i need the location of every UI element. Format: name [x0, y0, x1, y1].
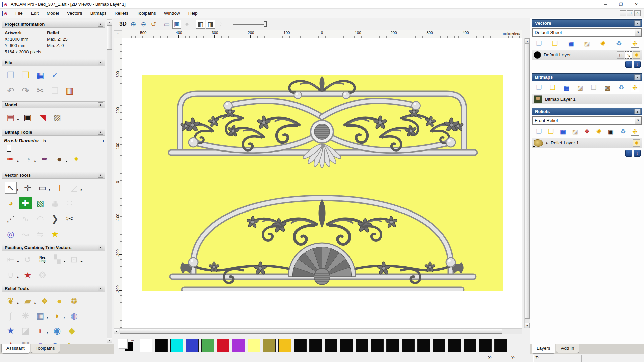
vector-texture-icon[interactable]: ★ — [22, 269, 34, 281]
weld-vectors-flyout-icon[interactable]: ▸ — [81, 260, 83, 263]
close-button[interactable]: ✕ — [629, 0, 644, 9]
collapse-icon[interactable]: ▲ — [98, 245, 103, 250]
primary-colour-swatch[interactable] — [118, 339, 127, 348]
colour-palette-flyout-icon[interactable]: ▸ — [66, 159, 68, 163]
relief-layer-open-icon[interactable]: ❒ — [547, 127, 555, 136]
redo-icon[interactable]: ↷ — [19, 84, 32, 97]
colour-swatch[interactable] — [494, 339, 507, 352]
scroll-up-icon[interactable]: ▲ — [525, 38, 530, 44]
pour-relief-icon[interactable]: ◗ — [51, 310, 63, 322]
relief-layer-toggle-icon[interactable]: ✺ — [595, 127, 603, 136]
mdi-minimize-button[interactable]: ─ — [620, 10, 626, 16]
reliefs-panel-header[interactable]: Reliefs ▲ — [532, 108, 642, 115]
move-layer-down-icon[interactable]: ↓ — [634, 150, 641, 157]
colour-swatch[interactable] — [248, 339, 260, 352]
relief-layer-merge-icon[interactable]: ▨ — [571, 127, 579, 136]
smooth-spline-icon[interactable]: ∫ — [5, 310, 17, 322]
bitmap-layer-blank-icon[interactable]: ❐ — [589, 83, 598, 92]
colour-swatch[interactable] — [217, 339, 229, 352]
ruler-origin-button[interactable]: ∷ — [114, 30, 122, 38]
section-position-combine-trim[interactable]: Position, Combine, Trim Vectors ▲ — [2, 244, 105, 251]
create-polyline-icon[interactable]: ⋰ — [5, 213, 17, 225]
set-model-size-flyout-icon[interactable]: ▸ — [17, 118, 19, 121]
block-copy-icon[interactable]: ▚ — [51, 253, 63, 265]
measure-icon[interactable]: ◿ — [68, 182, 80, 194]
new-model-icon[interactable]: ❐ — [5, 69, 17, 81]
paste-icon[interactable]: ▥ — [64, 84, 76, 97]
nesting-icon[interactable]: Nes ting — [37, 253, 49, 265]
preview-bitmap-icon[interactable]: ◌ — [216, 20, 225, 29]
colour-swatch[interactable] — [294, 339, 307, 352]
mdi-close-button[interactable]: ✕ — [634, 10, 641, 16]
menu-vectors[interactable]: Vectors — [63, 9, 86, 17]
offset-relief-icon[interactable]: ▦ — [34, 310, 46, 322]
relief-layer-thumbnail[interactable]: + — [534, 139, 543, 147]
colour-swatch[interactable] — [356, 339, 368, 352]
chevron-down-icon[interactable]: ▼ — [635, 29, 641, 36]
vector-layer-open-icon[interactable]: ❒ — [551, 39, 559, 48]
collapse-icon[interactable]: ▲ — [98, 102, 103, 107]
tab-toolpaths[interactable]: Toolpaths — [31, 344, 60, 353]
zoom-object-icon[interactable]: ● — [182, 20, 192, 29]
relief-layer-visible-icon[interactable]: ✺ — [633, 139, 640, 147]
line-width-slider[interactable] — [233, 21, 270, 27]
collapse-icon[interactable]: ▲ — [634, 109, 641, 114]
minimize-button[interactable]: ─ — [598, 0, 613, 9]
bitmap-layer-show-all-icon[interactable]: ❉ — [631, 83, 639, 92]
add-clay-icon[interactable]: ❖ — [39, 295, 51, 307]
zoom-box-icon[interactable]: ▭ — [162, 20, 171, 29]
colour-swatch[interactable] — [201, 339, 214, 352]
bitmaps-panel-header[interactable]: Bitmaps ▲ — [532, 73, 642, 81]
sculpt-icon[interactable]: ❦ — [5, 295, 17, 307]
cut-icon[interactable]: ✂ — [34, 84, 46, 97]
colour-swatch[interactable] — [232, 339, 245, 352]
colour-swatch[interactable] — [309, 339, 322, 352]
brush-diameter-slider[interactable] — [4, 145, 102, 152]
tab-layers[interactable]: Layers — [532, 344, 555, 354]
section-project-information[interactable]: Project Information ▲ — [2, 21, 105, 28]
tape-measure-icon[interactable]: ◕ — [5, 197, 17, 209]
relief-layer-delete-icon[interactable]: ♻ — [619, 127, 627, 136]
vectors-panel-header[interactable]: Vectors ▲ — [532, 19, 642, 27]
colour-swatch[interactable] — [140, 339, 152, 352]
colour-swatch[interactable] — [186, 339, 199, 352]
fillet-icon[interactable]: ❯ — [49, 213, 61, 225]
flood-fill-flyout-icon[interactable]: ▸ — [35, 159, 36, 163]
align-vectors-icon[interactable]: ⇤ — [5, 253, 17, 265]
canvas-horizontal-scrollbar[interactable]: ▸ — [114, 328, 522, 334]
bitmap-layer-image-icon[interactable]: ▩ — [603, 83, 612, 92]
section-file[interactable]: File ▲ — [2, 59, 105, 66]
texture-from-image-icon[interactable]: ▨ — [51, 111, 63, 123]
zoom-fit-icon[interactable]: ▣ — [172, 20, 181, 29]
relief-layer-new-icon[interactable]: ❐ — [535, 127, 543, 136]
bitmap-layer-merge-icon[interactable]: ▨ — [576, 83, 585, 92]
bitmap-layer-new-icon[interactable]: ❐ — [535, 83, 543, 92]
collapse-icon[interactable]: ▲ — [98, 22, 103, 27]
relief-layer-stack-icon[interactable]: ❖ — [583, 127, 591, 136]
envelope-relief-icon[interactable]: ◍ — [68, 310, 80, 322]
vector-layer-merge-icon[interactable]: ▨ — [583, 39, 591, 48]
vector-layer-toggle-icon[interactable]: ✺ — [599, 39, 607, 48]
copy-icon[interactable]: ❑ — [49, 84, 61, 97]
dome-relief-icon[interactable]: ● — [53, 295, 65, 307]
colour-swatch[interactable] — [170, 339, 183, 352]
section-bitmap-tools[interactable]: Bitmap Tools ▲ — [2, 129, 105, 136]
adjust-model-icon[interactable]: ▣ — [22, 111, 34, 123]
offset-vectors-icon[interactable]: ◎ — [5, 228, 17, 240]
close-vectors-flyout-icon[interactable]: ▸ — [17, 275, 19, 279]
fan-relief-icon[interactable]: ◗ — [34, 324, 46, 337]
scrollbar-thumb[interactable] — [120, 329, 502, 334]
scrollbar-thumb[interactable] — [525, 44, 530, 319]
align-vectors-flyout-icon[interactable]: ▸ — [17, 260, 19, 263]
weld-vectors-icon[interactable]: ⊡ — [68, 253, 80, 265]
vector-layer-save-icon[interactable]: ▦ — [567, 39, 575, 48]
section-vector-tools[interactable]: Vector Tools ▲ — [2, 172, 105, 179]
create-arc-icon[interactable]: ◠ — [34, 213, 46, 225]
rectangle-tool-flyout-icon[interactable]: ▸ — [49, 188, 51, 191]
section-model[interactable]: Model ▲ — [2, 101, 105, 108]
convert-text-to-vectors-icon[interactable]: ▧ — [34, 197, 46, 209]
smooth-relief-icon[interactable]: ▰ — [22, 295, 34, 307]
select-vectors-flyout-icon[interactable]: ▸ — [17, 188, 19, 191]
block-copy-flyout-icon[interactable]: ▸ — [64, 260, 66, 263]
paint-flyout-icon[interactable]: ▸ — [17, 159, 19, 163]
